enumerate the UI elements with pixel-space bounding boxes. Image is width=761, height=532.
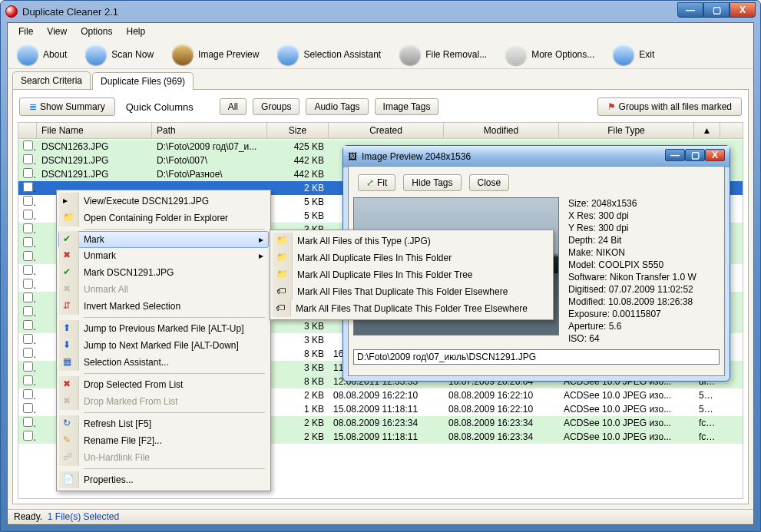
ctx-jump-next[interactable]: ⬇Jump to Next Marked File [ALT-Down] xyxy=(59,337,268,354)
ctx-selection-assistant[interactable]: ▦Selection Assistant... xyxy=(59,354,268,371)
x-icon: ✖ xyxy=(63,395,75,408)
row-checkbox[interactable] xyxy=(23,140,33,150)
preview-minimize-button[interactable]: — xyxy=(665,149,685,161)
row-checkbox[interactable] xyxy=(23,403,33,413)
scan-button[interactable]: Scan Now xyxy=(85,44,154,65)
sub-mark-tree-elsewhere[interactable]: 🏷Mark All Files That Duplicate This Fold… xyxy=(273,300,551,317)
row-checkbox[interactable] xyxy=(23,417,33,427)
header-sort-indicator[interactable]: ▲ xyxy=(694,123,720,138)
col-image-button[interactable]: Image Tags xyxy=(375,98,439,115)
preview-close-button[interactable]: X xyxy=(705,149,725,161)
ctx-invert-marked[interactable]: ⇵Invert Marked Selection xyxy=(59,298,268,315)
row-checkbox[interactable] xyxy=(23,348,33,358)
tab-search-criteria[interactable]: Search Criteria xyxy=(12,71,91,89)
row-checkbox[interactable] xyxy=(23,237,33,247)
row-checkbox[interactable] xyxy=(23,251,33,261)
ctx-unhardlink[interactable]: ☍Un-Hardlink File xyxy=(59,449,268,466)
row-checkbox[interactable] xyxy=(23,431,33,441)
preview-maximize-button[interactable]: ▢ xyxy=(685,149,705,161)
close-button[interactable]: X xyxy=(730,2,756,18)
cell-size: 2 KB xyxy=(267,418,329,428)
menu-file[interactable]: File xyxy=(12,25,39,38)
mark-submenu[interactable]: 📁Mark All Files of this Type (.JPG) 📁Mar… xyxy=(270,230,554,320)
row-checkbox[interactable] xyxy=(23,292,33,302)
exit-button[interactable]: Exit xyxy=(613,44,654,65)
folder-tag-icon: 🏷 xyxy=(276,286,289,298)
hide-tags-button[interactable]: Hide Tags xyxy=(403,174,461,191)
row-checkbox[interactable] xyxy=(23,168,33,178)
maximize-button[interactable]: ▢ xyxy=(703,2,730,18)
header-size[interactable]: Size xyxy=(267,123,329,138)
meta-size: Size: 2048x1536 xyxy=(568,197,696,210)
submenu-arrow-icon: ▸ xyxy=(259,250,263,261)
cell-modified: 08.08.2009 16:23:34 xyxy=(444,418,559,428)
header-checkbox[interactable] xyxy=(18,123,37,138)
header-path[interactable]: Path xyxy=(152,123,267,138)
row-checkbox[interactable] xyxy=(23,265,33,275)
ctx-unmark-all[interactable]: ✖Unmark All xyxy=(59,281,268,298)
tab-duplicate-files[interactable]: Duplicate Files (969) xyxy=(92,72,194,90)
show-summary-button[interactable]: ≣Show Summary xyxy=(19,97,115,116)
row-checkbox[interactable] xyxy=(23,154,33,164)
quick-toolbar: ≣Show Summary Quick Columns All Groups A… xyxy=(18,94,743,119)
row-checkbox[interactable] xyxy=(23,389,33,399)
ctx-drop-marked[interactable]: ✖Drop Marked From List xyxy=(59,393,268,410)
ctx-unmark-submenu[interactable]: ✖Unmark▸ xyxy=(59,247,268,264)
cell-size: 2 KB xyxy=(267,390,329,401)
header-filename[interactable]: File Name xyxy=(37,123,152,138)
exit-label: Exit xyxy=(639,49,654,60)
row-checkbox[interactable] xyxy=(23,223,33,233)
row-checkbox[interactable] xyxy=(23,279,33,289)
more-options-button[interactable]: More Options... xyxy=(505,44,594,65)
main-titlebar[interactable]: Duplicate Cleaner 2.1 xyxy=(1,1,760,22)
menu-options[interactable]: Options xyxy=(74,25,118,38)
ctx-refresh[interactable]: ↻Refresh List [F5] xyxy=(59,415,268,432)
ctx-mark-submenu[interactable]: ✔Mark▸ xyxy=(58,231,269,248)
col-audio-button[interactable]: Audio Tags xyxy=(306,98,368,115)
row-checkbox[interactable] xyxy=(23,375,33,385)
ctx-mark-file[interactable]: ✔Mark DSCN1291.JPG xyxy=(59,264,268,281)
fit-button[interactable]: ⤢Fit xyxy=(358,174,395,191)
cell-path: D:\Foto\Разное\ xyxy=(152,169,267,180)
row-checkbox[interactable] xyxy=(23,334,33,344)
context-menu[interactable]: ▸View/Execute DSCN1291.JPG 📁Open Contain… xyxy=(56,190,271,491)
col-all-button[interactable]: All xyxy=(220,98,246,115)
search-icon xyxy=(85,44,107,65)
ctx-view-execute[interactable]: ▸View/Execute DSCN1291.JPG xyxy=(59,193,268,210)
ctx-drop-selected[interactable]: ✖Drop Selected From List xyxy=(59,376,268,393)
sub-mark-type[interactable]: 📁Mark All Files of this Type (.JPG) xyxy=(273,233,551,249)
minimize-button[interactable]: — xyxy=(677,2,703,18)
row-checkbox[interactable] xyxy=(23,320,33,330)
col-groups-button[interactable]: Groups xyxy=(253,98,299,115)
row-checkbox[interactable] xyxy=(23,362,33,372)
about-button[interactable]: About xyxy=(17,44,67,65)
window-title: Duplicate Cleaner 2.1 xyxy=(22,6,118,18)
close-preview-button[interactable]: Close xyxy=(469,174,510,191)
ctx-properties[interactable]: 📄Properties... xyxy=(59,471,268,488)
sub-mark-elsewhere[interactable]: 🏷Mark All Files That Duplicate This Fold… xyxy=(273,283,551,300)
menu-view[interactable]: View xyxy=(41,25,73,38)
ctx-open-folder[interactable]: 📁Open Containing Folder in Explorer xyxy=(59,210,268,226)
row-checkbox[interactable] xyxy=(23,306,33,316)
header-modified[interactable]: Modified xyxy=(444,123,559,138)
meta-digitised: Digitised: 07.07.2009 11:02:52 xyxy=(568,283,696,296)
image-preview-button[interactable]: Image Preview xyxy=(172,44,259,65)
ctx-jump-prev[interactable]: ⬆Jump to Previous Marked File [ALT-Up] xyxy=(59,320,268,337)
row-checkbox[interactable] xyxy=(23,196,33,206)
table-header: File Name Path Size Created Modified Fil… xyxy=(18,123,743,139)
cell-size: 8 KB xyxy=(267,349,329,359)
sub-mark-tree[interactable]: 📁Mark All Duplicate Files In This Folder… xyxy=(273,266,551,283)
row-checkbox[interactable] xyxy=(23,182,33,192)
ctx-rename[interactable]: ✎Rename File [F2]... xyxy=(59,432,268,449)
x-icon: ✖ xyxy=(63,378,75,391)
selection-assistant-button[interactable]: Selection Assistant xyxy=(277,44,381,65)
sub-mark-folder[interactable]: 📁Mark All Duplicate Files In This Folder xyxy=(273,249,551,266)
file-removal-button[interactable]: File Removal... xyxy=(399,44,487,65)
groups-all-marked-button[interactable]: ⚑Groups with all files marked xyxy=(597,97,742,116)
header-filetype[interactable]: File Type xyxy=(559,123,694,138)
check-icon: ✔ xyxy=(63,266,75,279)
header-created[interactable]: Created xyxy=(329,123,444,138)
menu-help[interactable]: Help xyxy=(121,25,152,38)
cell-created: 15.08.2009 11:18:11 xyxy=(329,404,444,415)
row-checkbox[interactable] xyxy=(23,210,33,220)
